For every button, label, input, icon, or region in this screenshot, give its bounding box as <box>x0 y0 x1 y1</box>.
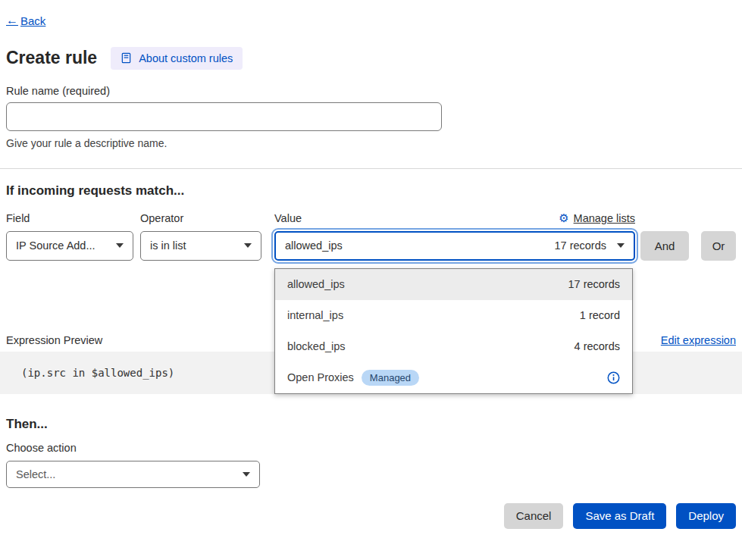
back-label: Back <box>20 14 45 27</box>
cancel-button[interactable]: Cancel <box>504 503 564 529</box>
list-option-name: allowed_ips <box>287 278 345 290</box>
value-select[interactable]: allowed_ips 17 records <box>274 231 635 261</box>
list-option-records: 1 record <box>580 309 620 321</box>
field-select[interactable]: IP Source Add... <box>6 231 133 261</box>
list-option-records: 4 records <box>575 340 620 352</box>
expression-preview-label: Expression Preview <box>6 334 102 346</box>
chevron-down-icon <box>617 243 625 248</box>
match-heading: If incoming requests match... <box>0 183 742 199</box>
about-label: About custom rules <box>139 52 233 64</box>
list-option-name: internal_ips <box>287 309 343 321</box>
field-select-value: IP Source Add... <box>16 239 95 252</box>
rule-name-label: Rule name (required) <box>6 85 736 97</box>
action-select[interactable]: Select... <box>6 461 260 488</box>
manage-lists-link[interactable]: ⚙ Manage lists <box>559 212 635 224</box>
choose-action-label: Choose action <box>0 442 742 454</box>
expression-code: (ip.src in $allowed_ips) <box>21 367 174 379</box>
chevron-down-icon <box>116 243 124 248</box>
list-option-internal-ips[interactable]: internal_ips 1 record <box>275 300 632 331</box>
page-title: Create rule <box>6 48 97 68</box>
rule-name-help: Give your rule a descriptive name. <box>6 137 736 149</box>
operator-select[interactable]: is in list <box>140 231 261 261</box>
chevron-down-icon <box>243 472 250 477</box>
footer-actions: Cancel Save as Draft Deploy <box>0 503 742 529</box>
match-labels-row: Field Operator Value ⚙ Manage lists <box>0 212 742 224</box>
rules-book-icon <box>121 52 132 64</box>
action-select-placeholder: Select... <box>16 468 55 480</box>
manage-lists-label: Manage lists <box>574 212 635 224</box>
rule-name-input[interactable] <box>6 102 442 131</box>
back-arrow-icon: ← <box>6 14 18 27</box>
list-option-open-proxies[interactable]: Open Proxies Managed <box>275 362 632 393</box>
list-option-name: blocked_ips <box>287 340 346 352</box>
operator-select-value: is in list <box>150 239 186 252</box>
deploy-button[interactable]: Deploy <box>676 503 736 529</box>
managed-badge: Managed <box>362 370 419 386</box>
list-option-allowed-ips[interactable]: allowed_ips 17 records <box>275 269 632 300</box>
back-link[interactable]: ← Back <box>6 14 45 27</box>
edit-expression-link[interactable]: Edit expression <box>661 334 736 346</box>
gear-icon: ⚙ <box>559 212 568 224</box>
value-select-records: 17 records <box>554 239 606 252</box>
chevron-down-icon <box>244 243 252 248</box>
match-controls-row: IP Source Add... is in list allowed_ips … <box>0 231 742 261</box>
value-select-value: allowed_ips <box>285 239 343 252</box>
save-draft-button[interactable]: Save as Draft <box>573 503 666 529</box>
title-row: Create rule About custom rules <box>0 47 742 70</box>
operator-column-label: Operator <box>140 212 274 224</box>
list-dropdown-menu: allowed_ips 17 records internal_ips 1 re… <box>274 268 633 394</box>
or-button[interactable]: Or <box>701 231 736 261</box>
about-custom-rules-link[interactable]: About custom rules <box>111 47 243 70</box>
value-column-label: Value <box>274 212 302 224</box>
back-row: ← Back <box>0 0 742 27</box>
list-option-name: Open Proxies <box>287 371 354 383</box>
field-column-label: Field <box>6 212 140 224</box>
list-option-blocked-ips[interactable]: blocked_ips 4 records <box>275 331 632 362</box>
section-divider <box>0 168 742 169</box>
info-icon[interactable] <box>607 371 620 384</box>
then-heading: Then... <box>0 417 742 432</box>
and-button[interactable]: And <box>640 231 689 261</box>
create-rule-page: ← Back Create rule About custom rules Ru… <box>0 0 742 529</box>
list-option-records: 17 records <box>568 278 620 290</box>
rule-name-section: Rule name (required) Give your rule a de… <box>0 85 742 149</box>
